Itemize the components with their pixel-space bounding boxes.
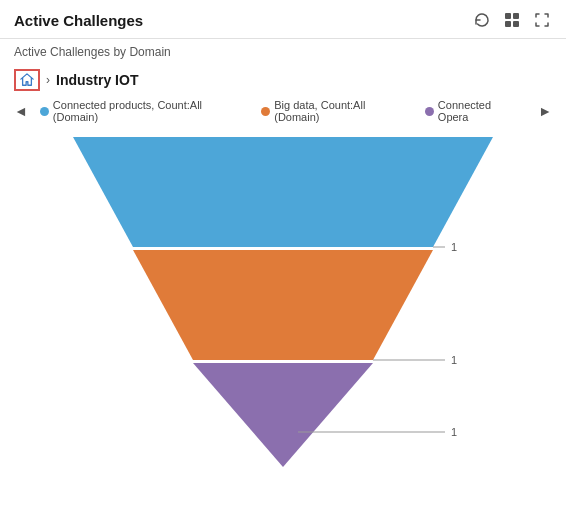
legend-item-0: Connected products, Count:All (Domain) <box>40 99 249 123</box>
header: Active Challenges <box>0 0 566 39</box>
funnel-segment-1[interactable] <box>133 250 433 360</box>
nav-title: Industry IOT <box>56 72 138 88</box>
chart-area: 1 1 1 <box>0 127 566 487</box>
legend-label-1: Big data, Count:All (Domain) <box>274 99 413 123</box>
legend-prev-button[interactable]: ◄ <box>14 103 28 119</box>
refresh-icon[interactable] <box>472 10 492 30</box>
chevron-right-icon: › <box>46 73 50 87</box>
svg-rect-0 <box>505 13 511 19</box>
grid-icon[interactable] <box>502 10 522 30</box>
svg-rect-2 <box>505 21 511 27</box>
home-icon[interactable] <box>14 69 40 91</box>
legend-dot-0 <box>40 107 49 116</box>
nav-row: › Industry IOT <box>0 65 566 95</box>
header-actions <box>472 10 552 30</box>
legend-item-1: Big data, Count:All (Domain) <box>261 99 413 123</box>
expand-icon[interactable] <box>532 10 552 30</box>
legend-next-button[interactable]: ► <box>538 103 552 119</box>
svg-rect-1 <box>513 13 519 19</box>
legend-item-2: Connected Opera <box>425 99 524 123</box>
breadcrumb: Active Challenges by Domain <box>0 39 566 65</box>
tick-label-1: 1 <box>451 354 457 366</box>
svg-rect-3 <box>513 21 519 27</box>
funnel-chart: 1 1 1 <box>53 137 513 477</box>
legend-label-2: Connected Opera <box>438 99 524 123</box>
tick-label-2: 1 <box>451 426 457 438</box>
tick-label-0: 1 <box>451 241 457 253</box>
funnel-segment-0[interactable] <box>73 137 493 247</box>
funnel-segment-2[interactable] <box>193 363 373 467</box>
legend-label-0: Connected products, Count:All (Domain) <box>53 99 249 123</box>
legend-dot-2 <box>425 107 434 116</box>
breadcrumb-text: Active Challenges by Domain <box>14 45 171 59</box>
page-title: Active Challenges <box>14 12 143 29</box>
legend-row: ◄ Connected products, Count:All (Domain)… <box>0 95 566 127</box>
legend-dot-1 <box>261 107 270 116</box>
